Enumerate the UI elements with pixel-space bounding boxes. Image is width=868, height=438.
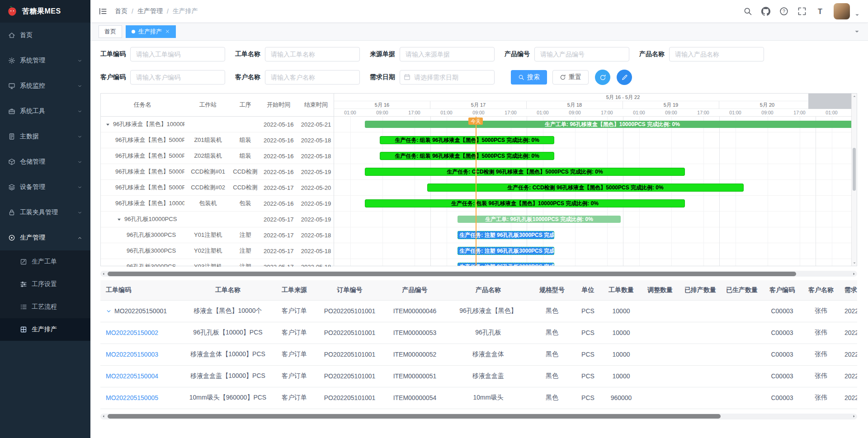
- row-expand-icon[interactable]: [106, 308, 112, 314]
- sidebar-item-3[interactable]: 系统工具: [0, 99, 90, 124]
- gantt-task-row[interactable]: 96孔孔板3000PCSY01注塑机注塑2022-05-172022-05-18: [101, 227, 334, 243]
- workorder-row[interactable]: MO20220515000510mm吸头【960000】PCS客户订单PO202…: [100, 387, 857, 409]
- task-start: 2022-05-17: [259, 184, 298, 191]
- workorder-code[interactable]: MO202205150004: [106, 372, 158, 380]
- filter-input-row2-1[interactable]: [265, 70, 360, 85]
- gantt-task-row[interactable]: 96孔移液盒【黑色】5000PCSCCD检测#01CCD检测2022-05-16…: [101, 164, 334, 180]
- breadcrumb-item[interactable]: 首页: [115, 7, 127, 15]
- gantt-bar[interactable]: 生产任务: CCD检测 96孔移液盒【黑色】5000PCS 完成比例: 0%: [427, 184, 744, 192]
- edit-circle-button[interactable]: [617, 70, 632, 85]
- sidebar-item-6[interactable]: 设备管理: [0, 174, 90, 200]
- filter-label: 来源单据: [370, 50, 395, 58]
- sidebar-item-1[interactable]: 系统管理: [0, 48, 90, 73]
- sidebar-item-8[interactable]: 生产管理: [0, 225, 90, 250]
- sidebar-item-0[interactable]: 首页: [0, 23, 90, 48]
- sidebar-toggle-icon[interactable]: [99, 7, 108, 16]
- gantt-bar[interactable]: 生产任务: 注塑 96孔孔板3000PCS 完成比例: 0%: [458, 231, 554, 239]
- search-icon[interactable]: [743, 7, 752, 16]
- workorder-code[interactable]: MO202205150005: [106, 394, 158, 401]
- refresh-circle-button[interactable]: [595, 70, 610, 85]
- scroll-left-arrow-icon[interactable]: [100, 414, 107, 419]
- sidebar-item-7[interactable]: 工装夹具管理: [0, 200, 90, 225]
- vertical-scroll-thumb[interactable]: [853, 148, 856, 191]
- sidebar-subitem-2[interactable]: 工艺流程: [0, 296, 90, 318]
- search-button[interactable]: 搜索: [511, 70, 547, 85]
- scroll-left-arrow-icon[interactable]: [100, 271, 107, 277]
- gantt-task-row[interactable]: 96孔移液盒【黑色】10000PCS包装机包装2022-05-162022-05…: [101, 196, 334, 212]
- filter-input-row1-1[interactable]: [265, 47, 360, 61]
- sidebar-subitem-1[interactable]: 工序设置: [0, 273, 90, 296]
- table-header-cell: 工单来源: [272, 280, 316, 300]
- table-cell: 10mm吸头【960000】PCS: [184, 387, 272, 409]
- fullscreen-icon[interactable]: [797, 7, 807, 16]
- scroll-up-arrow-icon[interactable]: [852, 94, 857, 99]
- scroll-down-arrow-icon[interactable]: [852, 260, 857, 266]
- workorder-code[interactable]: MO202205150003: [106, 351, 158, 358]
- sidebar-item-5[interactable]: 仓储管理: [0, 149, 90, 174]
- tabs-menu-caret-icon[interactable]: [854, 28, 860, 34]
- schedule-grid-icon: [20, 326, 27, 333]
- gantt-bar-label: 生产工单: 96孔孔板10000PCS 完成比例: 0%: [482, 216, 596, 223]
- sidebar-subitem-3[interactable]: 生产排产: [0, 318, 90, 341]
- sidebar-item-4[interactable]: 主数据: [0, 124, 90, 149]
- gantt-task-row[interactable]: 96孔孔板3000PCSY03注塑机注塑2022-05-172022-05-18: [101, 259, 334, 267]
- user-avatar[interactable]: [834, 3, 850, 19]
- gantt-bar[interactable]: 生产工单: 96孔孔板10000PCS 完成比例: 0%: [458, 216, 620, 223]
- gantt-horizontal-scrollbar[interactable]: [100, 271, 857, 277]
- expand-caret-icon[interactable]: [105, 122, 110, 127]
- gantt-bar[interactable]: 生产任务: 注塑 96孔孔板3000PCS 完成比例: 0%: [458, 263, 554, 266]
- monitor-icon: [8, 82, 15, 89]
- gantt-task-row[interactable]: 96孔移液盒【黑色】10000PCS2022-05-162022-05-21: [101, 117, 334, 132]
- breadcrumb-item[interactable]: 生产管理: [137, 7, 163, 15]
- sidebar-subitem-0[interactable]: 生产工单: [0, 250, 90, 273]
- gantt-bar[interactable]: 生产任务: 注塑 96孔孔板3000PCS 完成比例: 0%: [458, 247, 554, 255]
- chevron-down-icon: [77, 160, 82, 165]
- tab-1[interactable]: 生产排产: [126, 25, 176, 38]
- reset-button[interactable]: 重置: [552, 70, 589, 85]
- user-menu-caret-icon[interactable]: [854, 12, 860, 18]
- gantt-task-row[interactable]: 96孔孔板3000PCSY02注塑机注塑2022-05-172022-05-18: [101, 243, 334, 259]
- horizontal-scroll-thumb[interactable]: [108, 272, 796, 276]
- gantt-day-label: 5月 18: [527, 101, 623, 109]
- gantt-task-row[interactable]: 96孔孔板10000PCS2022-05-172022-05-19: [101, 212, 334, 227]
- filter-input-row1-2[interactable]: [400, 47, 495, 61]
- workorder-row[interactable]: MO202205150003移液盒盒体【10000】PCS客户订单PO20220…: [100, 344, 857, 365]
- chevron-up-icon: [77, 235, 82, 240]
- horizontal-scroll-thumb[interactable]: [108, 414, 721, 419]
- workorder-code[interactable]: MO202205150002: [106, 329, 158, 336]
- gantt-vertical-scrollbar[interactable]: [851, 94, 857, 266]
- expand-caret-icon[interactable]: [117, 217, 122, 222]
- gantt-bar[interactable]: 生产任务: 组装 96孔移液盒【黑色】5000PCS 完成比例: 0%: [380, 136, 554, 144]
- gantt-bar[interactable]: 生产任务: 组装 96孔移液盒【黑色】5000PCS 完成比例: 0%: [380, 152, 554, 160]
- table-cell: 客户订单: [272, 322, 316, 344]
- font-size-icon[interactable]: T: [816, 7, 825, 16]
- gantt-bar[interactable]: 生产任务: 包装 96孔移液盒【黑色】10000PCS 完成比例: 0%: [365, 199, 684, 207]
- gantt-task-row[interactable]: 96孔移液盒【黑色】5000PCSZ01组装机组装2022-05-162022-…: [101, 132, 334, 148]
- filter-input-row1-4[interactable]: [669, 47, 764, 61]
- gantt-task-row[interactable]: 96孔移液盒【黑色】5000PCSZ02组装机组装2022-05-162022-…: [101, 148, 334, 164]
- sidebar-item-2[interactable]: 系统监控: [0, 73, 90, 99]
- gantt-task-row[interactable]: 96孔移液盒【黑色】5000PCSCCD检测#02CCD检测2022-05-17…: [101, 180, 334, 196]
- gantt-bar[interactable]: 生产工单: 96孔移液盒【黑色】10000PCS 完成比例: 0%: [365, 121, 851, 128]
- table-horizontal-scrollbar[interactable]: [100, 414, 857, 419]
- gantt-bar[interactable]: 生产任务: CCD检测 96孔移液盒【黑色】5000PCS 完成比例: 0%: [365, 168, 684, 176]
- table-header-cell: 需求日期: [840, 280, 857, 300]
- filter-input-row1-3[interactable]: [534, 47, 629, 61]
- tab-0[interactable]: 首页: [99, 25, 122, 38]
- question-icon[interactable]: ?: [779, 7, 788, 16]
- scroll-right-arrow-icon[interactable]: [851, 414, 857, 419]
- workorder-row[interactable]: MO202205150001移液盒【黑色】10000个客户订单PO2022051…: [100, 300, 857, 322]
- tab-close-icon[interactable]: [165, 29, 170, 34]
- filter-input-row2-0[interactable]: [130, 70, 225, 85]
- task-start: 2022-05-16: [259, 137, 298, 144]
- scroll-right-arrow-icon[interactable]: [851, 271, 857, 277]
- flow-list-icon: [20, 303, 27, 311]
- workorder-row[interactable]: MO20220515000296孔孔板【10000】PCS客户订单PO20220…: [100, 322, 857, 344]
- github-icon[interactable]: [761, 7, 770, 16]
- filter-input-row1-0[interactable]: [130, 47, 225, 61]
- workorder-row[interactable]: MO202205150004移液盒盒盖【10000】PCS客户订单PO20220…: [100, 365, 857, 387]
- demand-date-input[interactable]: [400, 70, 495, 85]
- main-area: 首页/生产管理/生产排产 ?T 首页生产排产 工单编码工单名称来源单据产品编号产…: [90, 0, 868, 438]
- table-cell: [641, 344, 679, 365]
- table-header-cell: 订单编号: [316, 280, 383, 300]
